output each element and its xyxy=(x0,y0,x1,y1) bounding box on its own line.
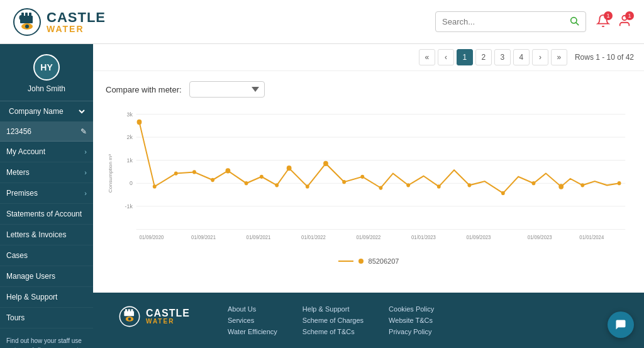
sidebar-item-manage-users[interactable]: Manage Users xyxy=(0,266,93,287)
chart-container: 3k 2k 1k 0 -1k Consumption m³ 01/09/2020… xyxy=(106,108,631,252)
legend-label: 85206207 xyxy=(369,257,399,265)
svg-point-38 xyxy=(128,318,131,321)
notifications-badge: 1 xyxy=(604,11,613,20)
header-logo: C CASTLE WATER xyxy=(13,8,106,36)
content-area: « ‹ 1 2 3 4 › » Rows 1 - 10 of 42 Compar… xyxy=(93,44,644,348)
footer-inner: CASTLE WATER About Us Services Water Eff… xyxy=(93,293,644,348)
footer-logo-castle: CASTLE xyxy=(146,308,190,318)
pagination-row: « ‹ 1 2 3 4 › » Rows 1 - 10 of 42 xyxy=(93,44,644,71)
footer-logo: CASTLE WATER xyxy=(118,305,190,328)
page-2-button[interactable]: 2 xyxy=(475,49,492,65)
sidebar-username: John Smith xyxy=(28,84,65,93)
logo-water-text: WATER xyxy=(47,25,106,33)
sidebar-user: HY John Smith xyxy=(0,44,93,101)
sidebar-item-cases[interactable]: Cases xyxy=(0,245,93,266)
chart-line xyxy=(139,122,619,193)
chart-dot xyxy=(501,191,505,195)
chart-section: Compare with meter: xyxy=(93,71,644,278)
edit-icon[interactable]: ✎ xyxy=(80,127,87,136)
page-1-button[interactable]: 1 xyxy=(457,49,473,65)
chat-icon xyxy=(614,318,627,331)
search-input[interactable] xyxy=(442,17,569,26)
legend-line xyxy=(338,261,353,262)
chart-dot xyxy=(379,186,383,189)
footer-link-about[interactable]: About Us xyxy=(228,305,277,313)
chart-dot xyxy=(275,183,279,187)
chart-dot xyxy=(618,181,621,185)
chart-dot xyxy=(174,171,178,175)
user-menu-button[interactable]: 1 xyxy=(618,14,631,30)
page-next-button[interactable]: › xyxy=(532,49,548,65)
chart-dot xyxy=(406,183,410,187)
chart-dot xyxy=(323,161,328,166)
footer-link-privacy[interactable]: Privacy Policy xyxy=(389,328,434,335)
footer-link-scheme-tcs[interactable]: Scheme of T&Cs xyxy=(303,328,364,335)
sidebar-promo: Find out how your staff use water and di… xyxy=(0,328,93,348)
chevron-right-icon: › xyxy=(84,169,87,176)
avatar: HY xyxy=(33,54,60,81)
user-badge: 1 xyxy=(625,11,634,20)
chart-dot xyxy=(137,120,142,125)
account-number-item: 123456 ✎ xyxy=(0,122,93,142)
company-select-row[interactable]: Company Name xyxy=(0,101,93,122)
sidebar: HY John Smith Company Name 123456 ✎ My A… xyxy=(0,44,93,348)
header-icons: 1 1 xyxy=(596,14,631,30)
chart-dot xyxy=(360,175,364,179)
chevron-right-icon: › xyxy=(84,148,87,155)
chat-button[interactable] xyxy=(608,312,634,338)
svg-text:Consumption m³: Consumption m³ xyxy=(108,154,113,193)
sidebar-item-my-account[interactable]: My Account › xyxy=(0,142,93,162)
sidebar-item-letters[interactable]: Letters & Invoices xyxy=(0,225,93,245)
chart-dot xyxy=(532,181,536,185)
svg-text:1k: 1k xyxy=(127,157,133,163)
svg-rect-36 xyxy=(124,311,134,316)
sidebar-item-help[interactable]: Help & Support xyxy=(0,287,93,308)
search-button[interactable] xyxy=(569,16,579,28)
company-select[interactable]: Company Name xyxy=(6,106,87,116)
page-4-button[interactable]: 4 xyxy=(513,49,530,65)
footer-col-2: Help & Support Scheme of Charges Scheme … xyxy=(303,305,364,335)
legend-dot xyxy=(358,259,364,264)
svg-text:01/09/2022: 01/09/2022 xyxy=(357,235,381,240)
page-3-button[interactable]: 3 xyxy=(494,49,511,65)
svg-text:0: 0 xyxy=(130,180,133,186)
rows-count-text: Rows 1 - 10 of 42 xyxy=(575,53,634,62)
footer-link-help[interactable]: Help & Support xyxy=(303,305,364,313)
chart-dot xyxy=(342,180,346,184)
logo-castle-text: CASTLE xyxy=(47,11,106,25)
main-area: HY John Smith Company Name 123456 ✎ My A… xyxy=(0,44,644,348)
page-last-button[interactable]: » xyxy=(551,49,567,65)
notifications-button[interactable]: 1 xyxy=(596,14,610,30)
chart-dot xyxy=(437,184,441,188)
page-prev-button[interactable]: ‹ xyxy=(438,49,454,65)
footer-link-services[interactable]: Services xyxy=(228,317,277,324)
footer-link-scheme-charges[interactable]: Scheme of Charges xyxy=(303,317,364,324)
footer-link-website-tcs[interactable]: Website T&Cs xyxy=(389,317,434,324)
svg-point-7 xyxy=(25,25,29,28)
search-bar[interactable] xyxy=(435,11,586,32)
header: C CASTLE WATER xyxy=(0,0,644,44)
svg-text:01/01/2023: 01/01/2023 xyxy=(411,235,436,240)
app-wrapper: C CASTLE WATER xyxy=(0,0,644,348)
logo-text: CASTLE WATER xyxy=(47,11,106,33)
sidebar-item-statements[interactable]: Statements of Account xyxy=(0,204,93,225)
footer-logo-icon xyxy=(118,305,141,328)
chart-dot xyxy=(306,184,309,188)
footer-link-water-efficiency[interactable]: Water Efficiency xyxy=(228,328,277,335)
chart-dot xyxy=(467,183,471,187)
footer-links: About Us Services Water Efficiency Help … xyxy=(228,305,434,335)
search-icon xyxy=(569,16,579,26)
sidebar-item-meters[interactable]: Meters › xyxy=(0,162,93,183)
chart-dot xyxy=(260,175,264,179)
compare-meter-select[interactable] xyxy=(189,81,265,98)
chart-dot xyxy=(287,166,292,171)
sidebar-item-tours[interactable]: Tours xyxy=(0,308,93,328)
footer-logo-water: WATER xyxy=(146,318,190,325)
svg-line-9 xyxy=(576,23,579,25)
footer-col-3: Cookies Policy Website T&Cs Privacy Poli… xyxy=(389,305,434,335)
sidebar-item-premises[interactable]: Premises › xyxy=(0,183,93,204)
svg-text:01/01/2022: 01/01/2022 xyxy=(301,235,326,240)
svg-rect-5 xyxy=(20,16,33,23)
page-first-button[interactable]: « xyxy=(419,49,435,65)
footer-link-cookies[interactable]: Cookies Policy xyxy=(389,305,434,313)
